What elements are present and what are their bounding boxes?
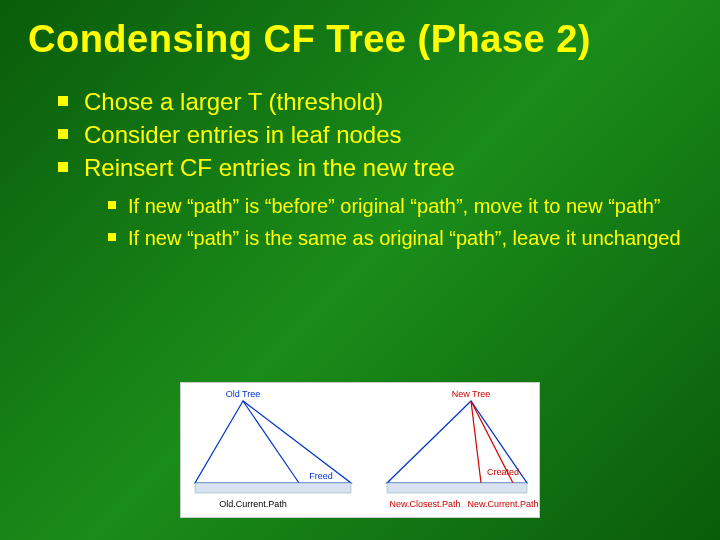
old-path-label: Old.Current.Path xyxy=(219,499,287,509)
old-tree-base xyxy=(195,483,351,493)
old-tree-label: Old Tree xyxy=(226,389,261,399)
new-closest-path-label: New.Closest.Path xyxy=(389,499,460,509)
tree-diagram: Old Tree Freed Old.Current.Path New Tree… xyxy=(180,382,540,518)
list-item: If new “path” is “before” original “path… xyxy=(108,193,690,219)
new-tree-label: New Tree xyxy=(452,389,491,399)
main-bullet-list: Chose a larger T (threshold) Consider en… xyxy=(0,86,720,184)
list-item-text: If new “path” is “before” original “path… xyxy=(128,193,660,219)
freed-label: Freed xyxy=(309,471,333,481)
new-tree-base xyxy=(387,483,527,493)
bullet-icon xyxy=(58,96,68,106)
created-label: Created xyxy=(487,467,519,477)
list-item: Chose a larger T (threshold) xyxy=(58,86,690,117)
list-item-text: If new “path” is the same as original “p… xyxy=(128,225,681,251)
list-item-text: Consider entries in leaf nodes xyxy=(84,119,402,150)
slide-title: Condensing CF Tree (Phase 2) xyxy=(0,0,720,76)
bullet-icon xyxy=(58,129,68,139)
sub-bullet-list: If new “path” is “before” original “path… xyxy=(0,193,720,251)
list-item: Consider entries in leaf nodes xyxy=(58,119,690,150)
list-item-text: Reinsert CF entries in the new tree xyxy=(84,152,455,183)
list-item: If new “path” is the same as original “p… xyxy=(108,225,690,251)
list-item: Reinsert CF entries in the new tree xyxy=(58,152,690,183)
new-current-path-label: New.Current.Path xyxy=(467,499,538,509)
list-item-text: Chose a larger T (threshold) xyxy=(84,86,383,117)
bullet-icon xyxy=(58,162,68,172)
old-tree-inner-line xyxy=(243,401,299,483)
bullet-icon xyxy=(108,233,116,241)
bullet-icon xyxy=(108,201,116,209)
